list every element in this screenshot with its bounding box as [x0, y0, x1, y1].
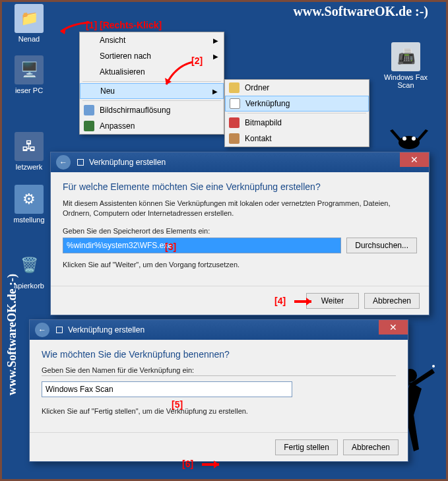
menu-item-refresh[interactable]: Aktualisieren [80, 64, 224, 80]
titlebar-text: Verknüpfung erstellen [68, 325, 144, 335]
control-panel-icon: ⚙ [15, 185, 44, 214]
menu-separator [82, 100, 221, 101]
shortcut-icon [230, 98, 240, 109]
wizard-create-shortcut-2: ← Verknüpfung erstellen ✕ Wie möchten Si… [29, 319, 408, 462]
menu-item-bitmap[interactable]: Bitmapbild [225, 115, 369, 131]
menu-item-new[interactable]: Neu▶ [80, 83, 224, 99]
menu-separator [228, 113, 366, 113]
svg-point-7 [412, 137, 416, 141]
svg-point-5 [399, 136, 420, 149]
decorative-figure [386, 123, 432, 156]
name-input[interactable] [42, 381, 292, 397]
annotation-arrow-6 [201, 459, 223, 470]
desktop-icon-fax-scan[interactable]: 📠Windows Fax Scan [381, 42, 431, 89]
close-button[interactable]: ✕ [379, 320, 408, 335]
watermark-left: www.SoftwareOK.de :-) [5, 274, 19, 395]
titlebar-text: Verknüpfung erstellen [89, 158, 166, 167]
titlebar[interactable]: ← Verknüpfung erstellen ✕ [30, 320, 408, 340]
network-icon: 🖧 [15, 132, 44, 161]
desktop-icon-user[interactable]: 📁Nenad [4, 4, 54, 43]
wizard-heading: Für welche Elemente möchten Sie eine Ver… [63, 181, 417, 192]
personalize-icon [84, 121, 94, 131]
cancel-button[interactable]: Abbrechen [364, 293, 420, 309]
computer-icon: 🖥️ [15, 55, 44, 84]
shortcut-titlebar-icon [77, 159, 84, 166]
folder-icon [229, 82, 240, 93]
context-menu-desktop: Ansicht▶ Sortieren nach▶ Aktualisieren N… [79, 32, 224, 135]
menu-item-view[interactable]: Ansicht▶ [80, 32, 224, 48]
shortcut-titlebar-icon [56, 327, 63, 333]
back-button[interactable]: ← [35, 323, 49, 337]
menu-item-folder[interactable]: Ordner [225, 80, 369, 96]
display-icon [84, 105, 94, 115]
desktop-icon-pc[interactable]: 🖥️ieser PC [4, 55, 54, 94]
wizard-create-shortcut-1: ← Verknüpfung erstellen ✕ Für welche Ele… [50, 152, 430, 315]
svg-point-4 [432, 365, 435, 368]
annotation-1: [1] [Rechts-Klick] [86, 20, 162, 30]
wizard-heading: Wie möchten Sie die Verknüpfung benennen… [42, 349, 396, 360]
wizard-hint: Klicken Sie auf "Fertig stellen", um die… [42, 406, 396, 416]
menu-separator [82, 81, 221, 82]
context-menu-new: Ordner Verknüpfung Bitmapbild Kontakt [224, 79, 369, 147]
browse-button[interactable]: Durchsuchen... [346, 238, 417, 253]
desktop-icon-network[interactable]: 🖧letzwerk [4, 132, 54, 171]
menu-item-shortcut[interactable]: Verknüpfung [225, 96, 369, 112]
watermark-top: www.SoftwareOK.de :-) [293, 4, 428, 19]
chevron-right-icon: ▶ [213, 37, 218, 44]
annotation-3: [3] [165, 241, 176, 252]
chevron-right-icon: ▶ [213, 53, 218, 60]
location-input[interactable] [63, 238, 341, 253]
close-button[interactable]: ✕ [400, 152, 429, 167]
wizard-hint: Klicken Sie auf "Weiter", um den Vorgang… [63, 260, 417, 270]
location-label: Geben Sie den Speicherort des Elements e… [63, 227, 417, 235]
cancel-button[interactable]: Abbrechen [343, 439, 399, 455]
annotation-arrow-4 [293, 296, 315, 307]
bitmap-icon [229, 117, 240, 128]
annotation-4: [4] [274, 296, 286, 306]
back-button[interactable]: ← [56, 155, 71, 170]
menu-item-contact[interactable]: Kontakt [225, 131, 369, 146]
annotation-arrow-2 [162, 61, 195, 88]
menu-item-personalize[interactable]: Anpassen [80, 118, 224, 134]
contact-icon [229, 133, 240, 144]
chevron-right-icon: ▶ [212, 88, 218, 95]
svg-point-6 [402, 137, 406, 141]
titlebar[interactable]: ← Verknüpfung erstellen ✕ [51, 152, 429, 172]
annotation-5: [5] [172, 399, 183, 410]
annotation-2: [2] [191, 55, 203, 66]
annotation-6: [6] [182, 459, 193, 469]
finish-button[interactable]: Fertig stellen [275, 439, 338, 455]
name-label: Geben Sie den Namen für die Verknüpfung … [42, 366, 396, 376]
folder-icon: 📁 [15, 4, 44, 33]
desktop-icon-control[interactable]: ⚙mstellung [4, 185, 54, 224]
wizard-description: Mit diesem Assistenten können Sie Verknü… [63, 199, 417, 219]
fax-icon: 📠 [391, 42, 420, 71]
menu-item-resolution[interactable]: Bildschirmauflösung [80, 102, 224, 118]
